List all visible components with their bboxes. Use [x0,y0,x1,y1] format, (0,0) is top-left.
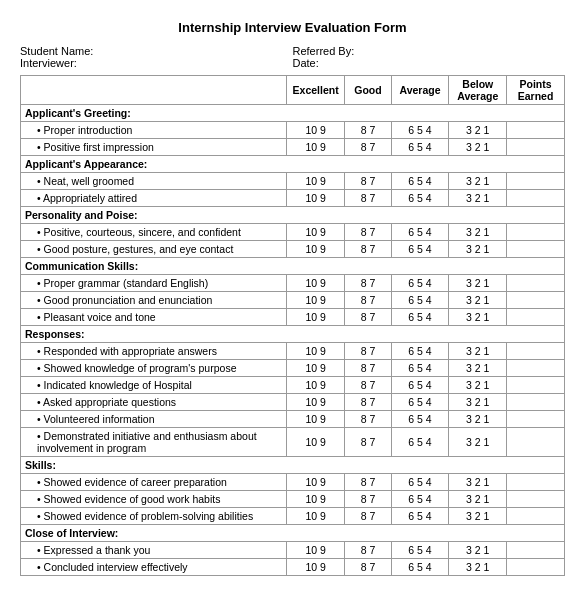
table-row: Asked appropriate questions10 98 76 5 43… [21,394,565,411]
table-row: Pleasant voice and tone10 98 76 5 43 2 1 [21,309,565,326]
table-row: Concluded interview effectively10 98 76 … [21,559,565,576]
section-header-row: Skills: [21,457,565,474]
table-row: Positive first impression10 98 76 5 43 2… [21,139,565,156]
table-row: Good pronunciation and enunciation10 98 … [21,292,565,309]
col-header-average: Average [391,76,449,105]
col-header-criteria [21,76,287,105]
table-row: Positive, courteous, sincere, and confid… [21,224,565,241]
table-row: Showed knowledge of program's purpose10 … [21,360,565,377]
table-row: Expressed a thank you10 98 76 5 43 2 1 [21,542,565,559]
section-header-row: Communication Skills: [21,258,565,275]
referred-by-label: Referred By: [293,45,566,57]
table-row: Responded with appropriate answers10 98 … [21,343,565,360]
table-row: Good posture, gestures, and eye contact1… [21,241,565,258]
table-row: Showed evidence of career preparation10 … [21,474,565,491]
interviewer-label: Interviewer: [20,57,293,69]
student-name-label: Student Name: [20,45,293,57]
section-header-row: Applicant's Appearance: [21,156,565,173]
table-row: Volunteered information10 98 76 5 43 2 1 [21,411,565,428]
table-row: Neat, well groomed10 98 76 5 43 2 1 [21,173,565,190]
date-label: Date: [293,57,566,69]
col-header-good: Good [345,76,391,105]
section-header-row: Close of Interview: [21,525,565,542]
page-title: Internship Interview Evaluation Form [20,20,565,35]
section-header-row: Responses: [21,326,565,343]
table-row: Appropriately attired10 98 76 5 43 2 1 [21,190,565,207]
section-header-row: Applicant's Greeting: [21,105,565,122]
table-row: Showed evidence of good work habits10 98… [21,491,565,508]
col-header-below: BelowAverage [449,76,507,105]
table-row: Proper introduction10 98 76 5 43 2 1 [21,122,565,139]
col-header-points: PointsEarned [507,76,565,105]
table-row: Showed evidence of problem-solving abili… [21,508,565,525]
col-header-excellent: Excellent [286,76,345,105]
section-header-row: Personality and Poise: [21,207,565,224]
table-row: Demonstrated initiative and enthusiasm a… [21,428,565,457]
table-row: Indicated knowledge of Hospital10 98 76 … [21,377,565,394]
table-row: Proper grammar (standard English)10 98 7… [21,275,565,292]
